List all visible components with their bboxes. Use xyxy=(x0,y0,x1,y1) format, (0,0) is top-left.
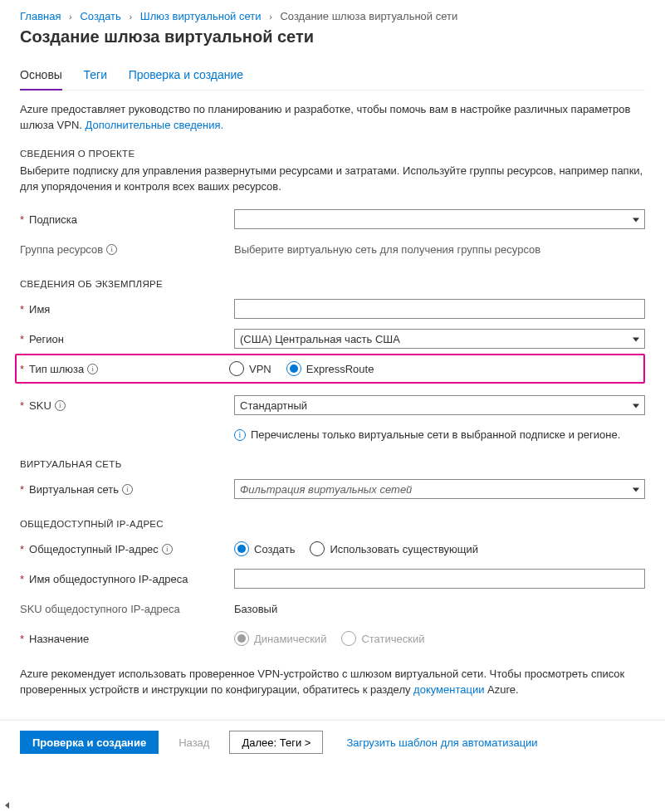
assignment-dynamic: Динамический xyxy=(234,631,326,646)
chevron-right-icon: › xyxy=(129,12,132,22)
vnet-select[interactable]: Фильтрация виртуальных сетей xyxy=(234,479,645,499)
radio-icon xyxy=(234,631,249,646)
tab-review[interactable]: Проверка и создание xyxy=(129,61,244,90)
subscription-label: *Подписка xyxy=(20,213,234,226)
intro-text: Azure предоставляет руководство по плани… xyxy=(20,102,645,134)
resource-group-label: Группа ресурсов i xyxy=(20,243,234,256)
public-ip-create[interactable]: Создать xyxy=(234,541,295,556)
assignment-static: Статический xyxy=(341,631,424,646)
sku-select[interactable]: Стандартный xyxy=(234,395,645,415)
section-ip-heading: ОБЩЕДОСТУПНЫЙ IP-АДРЕС xyxy=(20,519,645,529)
sku-label: *SKU i xyxy=(20,399,234,412)
radio-icon xyxy=(286,361,301,376)
public-ip-label: *Общедоступный IP-адрес i xyxy=(20,543,234,555)
section-instance-heading: СВЕДЕНИЯ ОБ ЭКЗЕМПЛЯРЕ xyxy=(20,279,645,289)
footer: Проверка и создание Назад Далее: Теги > … xyxy=(0,720,665,764)
public-ip-name-label: *Имя общедоступного IP-адреса xyxy=(20,573,234,585)
info-icon[interactable]: i xyxy=(162,544,173,555)
region-label: *Регион xyxy=(20,333,234,345)
breadcrumb: Главная › Создать › Шлюз виртуальной сет… xyxy=(20,10,645,22)
gateway-type-label: *Тип шлюза i xyxy=(20,363,229,375)
gateway-type-expressroute[interactable]: ExpressRoute xyxy=(286,361,374,376)
section-vnet-heading: ВИРТУАЛЬНАЯ СЕТЬ xyxy=(20,459,645,469)
footnote: Azure рекомендует использовать проверенн… xyxy=(20,667,645,698)
region-select[interactable]: (США) Центральная часть США xyxy=(234,329,645,349)
gateway-type-row: *Тип шлюза i VPN ExpressRoute xyxy=(15,354,645,384)
public-ip-name-input[interactable] xyxy=(234,569,645,589)
radio-icon xyxy=(234,541,249,556)
radio-icon xyxy=(229,361,244,376)
chevron-right-icon: › xyxy=(69,12,72,22)
assignment-label: *Назначение xyxy=(20,633,234,645)
info-icon[interactable]: i xyxy=(122,484,133,495)
section-project-desc: Выберите подписку для управления разверн… xyxy=(20,164,645,195)
footnote-link[interactable]: документации xyxy=(413,683,484,696)
public-ip-existing[interactable]: Использовать существующий xyxy=(310,541,478,556)
subscription-select[interactable] xyxy=(234,209,645,229)
info-icon[interactable]: i xyxy=(55,400,66,411)
next-button[interactable]: Далее: Теги > xyxy=(229,731,323,754)
name-label: *Имя xyxy=(20,303,234,316)
tab-tags[interactable]: Теги xyxy=(84,61,107,90)
tabs: Основы Теги Проверка и создание xyxy=(20,61,645,90)
vnet-label: *Виртуальная сеть i xyxy=(20,483,234,496)
back-button: Назад xyxy=(167,731,221,754)
intro-link[interactable]: Дополнительные сведения. xyxy=(86,119,224,131)
tab-basics[interactable]: Основы xyxy=(20,61,62,90)
section-project-heading: СВЕДЕНИЯ О ПРОЕКТЕ xyxy=(20,149,645,159)
breadcrumb-create[interactable]: Создать xyxy=(80,10,120,22)
public-ip-sku-value: Базовый xyxy=(234,603,277,615)
radio-icon xyxy=(310,541,325,556)
download-template-link[interactable]: Загрузить шаблон для автоматизации xyxy=(343,731,540,754)
name-input[interactable] xyxy=(234,299,645,319)
page-title: Создание шлюза виртуальной сети xyxy=(20,27,645,46)
review-create-button[interactable]: Проверка и создание xyxy=(20,731,159,754)
breadcrumb-home[interactable]: Главная xyxy=(20,10,61,22)
resource-group-placeholder: Выберите виртуальную сеть для получения … xyxy=(234,243,540,256)
sku-hint: i Перечислены только виртуальные сети в … xyxy=(234,420,645,444)
info-icon[interactable]: i xyxy=(106,244,117,255)
breadcrumb-current: Создание шлюза виртуальной сети xyxy=(280,10,457,22)
chevron-right-icon: › xyxy=(269,12,272,22)
gateway-type-vpn[interactable]: VPN xyxy=(229,361,271,376)
public-ip-sku-label: SKU общедоступного IP-адреса xyxy=(20,603,234,615)
breadcrumb-gateway[interactable]: Шлюз виртуальной сети xyxy=(140,10,262,22)
info-icon[interactable]: i xyxy=(87,364,98,374)
info-icon: i xyxy=(234,429,246,441)
radio-icon xyxy=(341,631,356,646)
